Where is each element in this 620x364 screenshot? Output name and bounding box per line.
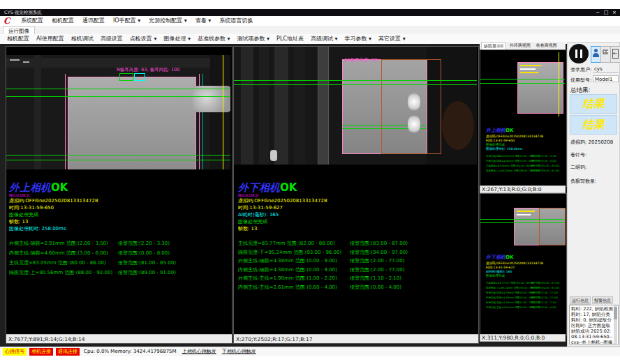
menu-item-system-config[interactable]: 系统配置 xyxy=(21,16,43,26)
preview1-pixel-status: X:267;Y:13;R:0;G:0;B:0 xyxy=(480,185,566,193)
preview2-panel[interactable]: 外下相机OK 虚拟码:OFFIline2025020813313472B 时间:… xyxy=(480,193,567,335)
pause-icon xyxy=(575,50,577,58)
measurement-value: 隔膜宽度-下=95.24mm 范围:(93.00 - 98.00) xyxy=(486,287,538,289)
camera1-code: 虚拟码:OFFIline2025020813313472B xyxy=(9,197,98,204)
menu-item-light-config[interactable]: 光源控制配置 ▾ xyxy=(149,16,187,26)
camera1-name: 外上相机 xyxy=(486,128,505,133)
tool-spot-check[interactable]: 点检设置 ▾ xyxy=(130,34,157,44)
preview2-code: 虚拟码:OFFIline2025020813313472B xyxy=(486,261,543,265)
measurement-value: 内侧主线-隔膜=4.60mm 范围:(3.00 - 6.00) xyxy=(486,160,536,162)
preview1-code: 虚拟码:OFFIline2025020813313472B xyxy=(486,135,543,138)
camera2-ai-elapsed: AI耗时(毫秒): 165 xyxy=(238,211,279,218)
camera1-image[interactable]: N极耳高度: 93; 极耳间距: 100 xyxy=(6,55,230,169)
camera2-frames: 帧数: 13 xyxy=(238,225,258,232)
tool-advanced-settings[interactable]: 高级设置 xyxy=(101,34,123,44)
roi-box-orange-mini xyxy=(539,208,566,245)
tool-camera-debug[interactable]: 相机调试 xyxy=(71,34,94,44)
maximize-icon[interactable]: □ xyxy=(602,9,610,16)
mini-text-dash xyxy=(520,72,538,73)
measurement-value: 内侧主线-隔膜=4.38mm 范围:(0.00 - 9.00) xyxy=(238,266,337,273)
preview-tab-defect-display[interactable]: 缺陷显示0 xyxy=(481,42,506,50)
preview2-ai-elapsed: AI耗时(毫秒): 165 xyxy=(486,270,512,273)
measurement-alarm-range: 报警范围:(1.10 - 2.10) xyxy=(531,301,556,304)
minimize-icon[interactable]: ─ xyxy=(593,9,602,16)
user-icon xyxy=(594,49,598,52)
mini-text-dash xyxy=(517,211,535,212)
result-box-2: 结果 xyxy=(570,115,617,135)
measurement-value: 外侧主线-隔膜=4.38mm 范围:(0.00 - 9.00) xyxy=(486,291,536,294)
preview2-pixel-status: X:311;Y:980;R:0;G:0;B:0 xyxy=(480,334,566,342)
tool-image-processing[interactable]: 图像处理 ▾ xyxy=(163,34,191,44)
measure-line-green xyxy=(234,84,477,85)
measurement-value: 外侧主线-隔膜=4.38mm 范围:(0.00 - 9.00) xyxy=(238,257,337,264)
pause-button[interactable] xyxy=(569,44,589,63)
roi-box-green xyxy=(119,73,133,81)
lower-camera-heartbeat-link[interactable]: 下相机心跳触发 xyxy=(222,347,256,356)
heartbeat-signal-badge: 心跳信号 xyxy=(3,348,27,356)
measurement-alarm-range: 报警范围:(2.20 - 3.30) xyxy=(118,240,170,247)
measurement-value: 主线宽度=83.05mm 范围:(80.00 - 86.00) xyxy=(486,165,534,167)
measurement-value: 内侧主线-隔膜=4.38mm 范围:(0.00 - 9.00) xyxy=(486,296,536,299)
logout-icon: ← xyxy=(613,51,618,56)
mini-text-dash xyxy=(520,65,541,66)
comm-connection-badge: 通讯连接 xyxy=(56,348,80,356)
measurement-alarm-range: 报警范围:(0.00 - 8.00) xyxy=(118,250,170,257)
measurement-row: 外侧主线-主线=1.90mm 范围:(1.00 - 2.20) 报警范围:(1.… xyxy=(234,275,478,282)
roi-label: N极耳高度: 93; 极耳间距: 100 xyxy=(117,67,179,73)
login-user-value: cys xyxy=(593,66,619,73)
preview1-title: 外上相机OK xyxy=(486,127,513,134)
preview1-panel[interactable]: 外上相机OK 虚拟码:OFFIline2025020813313472B 时间:… xyxy=(480,50,567,187)
camera2-name: 外下相机 xyxy=(238,181,280,194)
tool-other-settings[interactable]: 其它设置 ▾ xyxy=(378,34,406,44)
camera2-ok-status: OK xyxy=(505,255,513,260)
menu-item-view[interactable]: 查看 ▾ xyxy=(195,16,212,26)
camera2-image[interactable]: A1极耳高度: 93 xyxy=(234,47,477,165)
camera1-done: 图像处理完成 xyxy=(9,211,38,218)
logout-button[interactable]: ← xyxy=(610,46,620,63)
preview2-done: 图像处理完成 xyxy=(486,274,505,278)
log-scrollbar[interactable] xyxy=(614,305,617,344)
tool-test-params[interactable]: 测试项参数 ▾ xyxy=(237,34,270,44)
measurement-alarm-range: 报警范围:(83.00 - 87.00) xyxy=(531,282,559,285)
measurement-value: 外侧主线-隔膜=2.91mm 范围:(2.00 - 3.50) xyxy=(9,240,108,247)
user-button[interactable] xyxy=(591,46,601,63)
menu-item-io-config[interactable]: IO手配置 ▾ xyxy=(113,16,140,26)
measurement-alarm-range: 报警范围:(0.00 - 8.00) xyxy=(531,160,556,162)
camera2-done: 图像处理完成 xyxy=(238,218,267,225)
preview2-time: 时间:13-31-59-627 xyxy=(486,266,515,269)
upper-camera-heartbeat-link[interactable]: 上相机心跳触发 xyxy=(182,347,216,356)
measure-line-green xyxy=(480,222,565,223)
tool-baseline-params[interactable]: 基准线参数 ▾ xyxy=(198,34,230,44)
negative-write-count-label: 负极写数量: xyxy=(570,178,596,185)
machine-column xyxy=(274,47,288,165)
measurement-alarm-range: 报警范围:(89.00 - 91.00) xyxy=(118,269,176,276)
info-tab-alarm[interactable]: 报警信息 xyxy=(592,296,613,304)
mini-text-dash xyxy=(517,214,531,215)
close-icon[interactable]: × xyxy=(610,9,619,16)
tool-ai-use-config[interactable]: AI使用配置 xyxy=(36,34,64,44)
menu-bar: C 系统配置 相机配置 通讯配置 IO手配置 ▾ 光源控制配置 ▾ 查看 ▾ 系… xyxy=(0,16,620,26)
tool-plc-address-table[interactable]: PLC地址表 xyxy=(276,34,304,44)
tool-advanced-debug[interactable]: 高级调试 ▾ xyxy=(311,34,338,44)
virtual-code-label: 虚拟码: 20250208 xyxy=(570,139,613,146)
status-bar: 心跳信号 相机连接 通讯连接 Cpu: 0.0% Memory: 3424.41… xyxy=(0,347,620,356)
log-scrollbar-thumb[interactable] xyxy=(614,307,617,319)
robot-button[interactable] xyxy=(600,46,611,63)
menu-item-camera-config[interactable]: 相机配置 xyxy=(52,16,74,26)
run-log-textbox[interactable]: 耗时: 222, 缺陷检测耗时: 17, 缺陷分类耗时: 0, 缺陷提取分区耗时… xyxy=(569,305,619,344)
menu-item-language-switch[interactable]: 系统语言切换 xyxy=(219,16,253,26)
measurement-value: 内侧主线-主线=2.61mm 范围:(0.60 - 4.00) xyxy=(238,284,337,291)
tool-camera-config[interactable]: 相机配置 xyxy=(7,34,29,44)
preview-tab-outer-views[interactable]: 外环两视图 xyxy=(508,42,533,49)
machine-column xyxy=(210,55,230,169)
info-tab-run[interactable]: 运行信息 xyxy=(570,296,591,304)
app-logo-icon: C xyxy=(3,16,10,26)
menu-item-comm-config[interactable]: 通讯配置 xyxy=(82,16,105,26)
film-region xyxy=(68,77,196,169)
preview1-elapsed: 图像处理耗时: 258.00ms xyxy=(486,147,522,151)
model-field[interactable]: Model1 xyxy=(593,75,619,82)
measurement-row: 内侧主线-隔膜=4.60mm 范围:(3.00 - 6.00) 报警范围:(0.… xyxy=(6,250,232,257)
tool-learning-params[interactable]: 学习参数 ▾ xyxy=(345,34,372,44)
preview-tab-rewind-views[interactable]: 收卷两视图 xyxy=(534,42,559,49)
machine-column xyxy=(294,47,305,165)
